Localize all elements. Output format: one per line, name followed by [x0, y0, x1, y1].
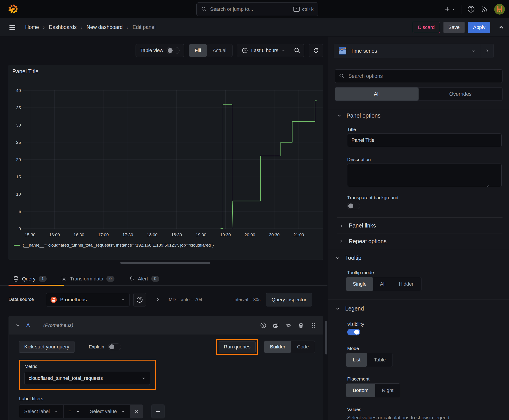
breadcrumb-separator: › [127, 24, 129, 30]
data-source-help-button[interactable] [133, 293, 146, 307]
breadcrumb-separator: › [43, 24, 45, 30]
help-button[interactable] [467, 5, 475, 13]
code-option[interactable]: Code [291, 341, 315, 353]
news-button[interactable] [481, 5, 488, 13]
legend-item[interactable]: {__name__="cloudflared_tunnel_total_requ… [14, 243, 214, 248]
metric-select[interactable]: cloudflared_tunnel_total_requests [24, 372, 150, 385]
legend-table-option[interactable]: Table [367, 353, 393, 367]
transparent-background-toggle[interactable] [347, 202, 360, 209]
select-label-dropdown[interactable]: Select label [19, 405, 63, 419]
search-placeholder: Search or jump to... [210, 6, 290, 12]
actual-option[interactable]: Actual [207, 44, 232, 57]
apply-button[interactable]: Apply [468, 22, 490, 33]
grafana-logo-icon[interactable] [8, 4, 18, 14]
bell-icon [129, 276, 135, 282]
chevron-down-icon [121, 298, 125, 302]
breadcrumb-new-dashboard[interactable]: New dashboard [86, 24, 122, 30]
page-header-bar: Home › Dashboards › New dashboard › Edit… [0, 18, 509, 36]
query-row-header[interactable]: A (Prometheus) [9, 316, 323, 335]
time-range-picker[interactable]: Last 6 hours [237, 44, 290, 57]
svg-text:30: 30 [16, 123, 21, 128]
table-view-toggle[interactable] [167, 47, 180, 54]
add-filter-button[interactable] [152, 405, 165, 419]
panel-resize-handle[interactable] [120, 262, 210, 264]
divider [337, 218, 502, 218]
legend-list-option[interactable]: List [346, 353, 367, 367]
table-view-control: Table view [136, 44, 184, 57]
panel-title: Panel Title [12, 68, 38, 75]
select-value-dropdown[interactable]: Select value [85, 405, 131, 419]
chevron-right-icon [485, 48, 489, 53]
chevron-right-icon[interactable] [155, 297, 160, 302]
zoom-out-icon [294, 47, 301, 54]
panel-options-section-header[interactable]: Panel options [337, 112, 381, 119]
breadcrumb-home[interactable]: Home [25, 24, 39, 30]
refresh-icon [313, 47, 319, 54]
tab-overrides[interactable]: Overrides [418, 88, 502, 100]
description-textarea[interactable] [347, 164, 501, 187]
divider [494, 23, 494, 32]
tab-alert[interactable]: Alert 0 [129, 276, 159, 282]
legend-mode-label: Mode [347, 346, 359, 351]
question-circle-icon [136, 296, 143, 303]
legend-visibility-toggle[interactable] [347, 329, 360, 335]
placement-bottom-option[interactable]: Bottom [346, 384, 375, 397]
svg-text:16:30: 16:30 [74, 232, 84, 237]
scrollbar-thumb[interactable] [325, 321, 327, 354]
svg-text:19:00: 19:00 [196, 232, 206, 237]
tab-query-label: Query [22, 276, 36, 282]
title-label: Title [347, 127, 356, 132]
search-options-input[interactable]: Search options [335, 69, 502, 83]
chevron-down-icon[interactable] [15, 323, 20, 328]
data-source-select[interactable]: Prometheus [46, 293, 129, 307]
plus-icon [444, 6, 450, 12]
query-help-icon[interactable] [260, 322, 266, 329]
builder-option[interactable]: Builder [264, 341, 291, 353]
global-search-input[interactable]: Search or jump to... ctrl+k [196, 2, 318, 16]
hide-query-eye-icon[interactable] [285, 322, 291, 329]
breadcrumb-dashboards[interactable]: Dashboards [49, 24, 76, 30]
zoom-out-button[interactable] [290, 44, 304, 57]
description-label: Description [347, 157, 371, 162]
label-filters-label: Label filters [19, 396, 315, 401]
remove-filter-button[interactable] [130, 405, 143, 419]
tooltip-hidden-option[interactable]: Hidden [392, 277, 421, 291]
chevron-down-icon [281, 48, 285, 52]
save-button[interactable]: Save [443, 22, 464, 33]
legend-mode-switch: List Table [346, 353, 393, 367]
placement-right-option[interactable]: Right [375, 384, 400, 397]
operator-dropdown[interactable]: = [63, 405, 85, 419]
time-range-label: Last 6 hours [251, 48, 278, 53]
menu-icon[interactable] [8, 23, 16, 31]
add-new-button[interactable] [444, 6, 455, 12]
run-queries-button[interactable]: Run queries [219, 341, 256, 352]
explain-toggle[interactable] [108, 344, 121, 350]
query-inspector-button[interactable]: Query inspector [266, 293, 312, 307]
panel-title-input[interactable] [347, 134, 501, 147]
visualization-select[interactable]: Time series [334, 44, 480, 58]
delete-query-trash-icon[interactable] [298, 322, 304, 329]
drag-handle-grip-icon[interactable] [310, 322, 317, 329]
refresh-button[interactable] [309, 44, 323, 57]
discard-button[interactable]: Discard [413, 22, 440, 33]
repeat-options-section-header[interactable]: Repeat options [339, 238, 387, 245]
panel-links-section-header[interactable]: Panel links [339, 222, 376, 229]
tab-all[interactable]: All [335, 88, 418, 100]
table-view-label: Table view [140, 48, 163, 53]
tab-transform-data[interactable]: Transform data 0 [61, 276, 114, 282]
user-avatar[interactable] [494, 4, 505, 15]
legend-section-header[interactable]: Legend [335, 305, 364, 312]
fill-option[interactable]: Fill [189, 44, 207, 57]
panel-preview: Panel Title 051015202530354015:3016:0016… [8, 65, 323, 260]
duplicate-query-icon[interactable] [273, 322, 279, 329]
tooltip-section-header[interactable]: Tooltip [335, 255, 361, 261]
tooltip-all-option[interactable]: All [373, 277, 392, 291]
viz-suggestions-button[interactable] [480, 44, 494, 58]
tooltip-single-option[interactable]: Single [346, 277, 373, 291]
search-options-placeholder: Search options [348, 73, 383, 79]
kick-start-query-button[interactable]: Kick start your query [19, 341, 75, 353]
tab-query[interactable]: Query 1 [13, 276, 47, 282]
legend-values-help-text: Select values or calculations to show in… [347, 415, 449, 420]
collapse-chevron-up-icon[interactable] [498, 24, 504, 31]
svg-text:20: 20 [16, 157, 21, 162]
